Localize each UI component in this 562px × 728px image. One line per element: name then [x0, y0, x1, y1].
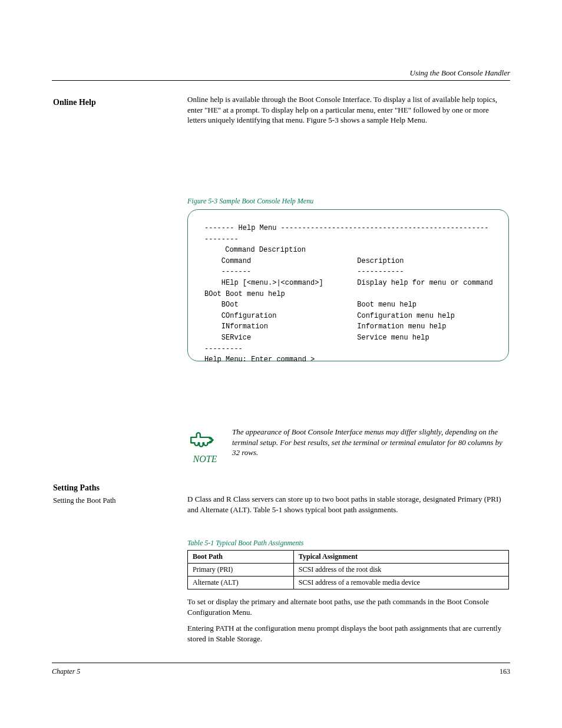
table-row: Alternate (ALT) SCSI address of a remova… — [188, 577, 509, 589]
table-header-row: Boot Path Typical Assignment — [188, 551, 509, 564]
boot-path-table: Boot Path Typical Assignment Primary (PR… — [187, 550, 509, 589]
section-label-setting-paths: Setting Paths — [53, 483, 171, 493]
para-setting-paths-2: To set or display the primary and altern… — [187, 597, 509, 617]
console-line: COnfiguration Configuration menu help — [204, 311, 492, 322]
table-cell: Alternate (ALT) — [188, 577, 294, 589]
table-header-cell: Typical Assignment — [293, 551, 508, 564]
footer-chapter: Chapter 5 — [52, 667, 80, 676]
para-setting-paths-3: Entering PATH at the configuration menu … — [187, 623, 509, 644]
console-line: --------- — [204, 344, 492, 355]
pointing-hand-icon — [187, 424, 217, 454]
table-block: Table 5-1 Typical Boot Path Assignments … — [187, 539, 509, 589]
footer-page-number: 163 — [500, 667, 510, 676]
console-line: BOot Boot menu help — [204, 299, 492, 311]
footer-rule — [52, 663, 510, 663]
table-cell: SCSI address of the root disk — [293, 564, 508, 577]
console-line: Command Description — [204, 256, 492, 267]
left-label-setting-paths: Setting Paths Setting the Boot Path — [53, 483, 171, 505]
table-cell: SCSI address of a removable media device — [293, 577, 508, 589]
console-line: INformation Information menu help — [204, 321, 492, 332]
console-line: HElp [<menu.>|<command>] Display help fo… — [204, 278, 492, 289]
console-box: ------- Help Menu ----------------------… — [187, 209, 509, 361]
console-line: ------- Help Menu ----------------------… — [204, 223, 492, 245]
note-label: NOTE — [187, 454, 223, 465]
para-setting-paths-1: D Class and R Class servers can store up… — [187, 494, 509, 515]
header-rule — [52, 80, 510, 81]
console-line: ------- ----------- — [204, 266, 492, 278]
figure-caption: Figure 5-3 Sample Boot Console Help Menu — [187, 197, 509, 206]
section-label-online-help: Online Help — [53, 98, 171, 107]
figure-block: Figure 5-3 Sample Boot Console Help Menu… — [187, 195, 509, 361]
setting-paths-body: D Class and R Class servers can store up… — [187, 494, 509, 521]
table-cell: Primary (PRI) — [188, 564, 294, 577]
console-line: Command Description — [204, 245, 492, 256]
main-column: Online help is available through the Boo… — [187, 94, 509, 131]
page: Using the Boot Console Handler Online He… — [0, 0, 562, 728]
para-online-help: Online help is available through the Boo… — [187, 94, 509, 126]
table-title: Table 5-1 Typical Boot Path Assignments — [187, 539, 509, 548]
subsection-label-boot-path: Setting the Boot Path — [53, 496, 171, 505]
console-line: BOot Boot menu help — [204, 289, 492, 300]
table-row: Primary (PRI) SCSI address of the root d… — [188, 564, 509, 577]
left-margin-column: Online Help — [53, 94, 171, 107]
running-header: Using the Boot Console Handler — [410, 68, 510, 78]
note-text: The appearance of Boot Console Interface… — [232, 427, 509, 458]
console-line: Help Menu: Enter command > — [204, 354, 492, 365]
after-table-paras: To set or display the primary and altern… — [187, 597, 509, 650]
table-header-cell: Boot Path — [188, 551, 294, 564]
console-line: SERvice Service menu help — [204, 332, 492, 344]
note-icon-block: NOTE — [187, 424, 223, 465]
